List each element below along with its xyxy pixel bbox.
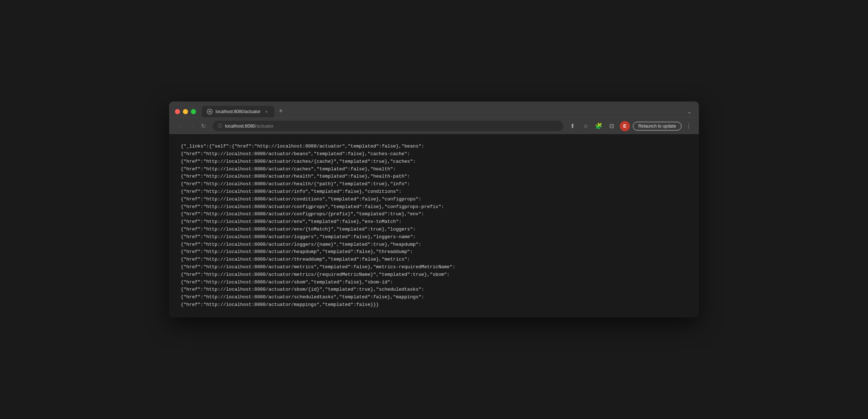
tab-strip: localhost:8080/actuator × + ⌄ xyxy=(175,106,693,117)
address-bar: ← → ↻ ⓘ localhost:8080/actuator ⬆ ☆ 🧩 ⊟ … xyxy=(169,117,699,134)
address-input[interactable]: ⓘ localhost:8080/actuator xyxy=(213,121,563,131)
bookmark-icon[interactable]: ☆ xyxy=(581,121,591,131)
content-area: {"_links":{"self":{"href":"http://localh… xyxy=(169,134,699,318)
share-icon[interactable]: ⬆ xyxy=(568,121,578,131)
tab-favicon-icon xyxy=(207,109,213,115)
maximize-window-button[interactable] xyxy=(191,109,196,114)
relaunch-button[interactable]: Relaunch to update xyxy=(633,122,681,130)
extensions-icon[interactable]: 🧩 xyxy=(594,121,604,131)
active-tab[interactable]: localhost:8080/actuator × xyxy=(202,106,274,117)
minimize-window-button[interactable] xyxy=(183,109,188,114)
tab-dropdown-button[interactable]: ⌄ xyxy=(686,107,693,116)
toolbar-actions: ⬆ ☆ 🧩 ⊟ E Relaunch to update ⋮ xyxy=(568,121,693,131)
address-text: localhost:8080/actuator xyxy=(225,123,274,129)
reload-button[interactable]: ↻ xyxy=(198,121,208,131)
tabs-row: localhost:8080/actuator × + ⌄ xyxy=(202,106,693,117)
sidebar-toggle-icon[interactable]: ⊟ xyxy=(607,121,617,131)
address-host: localhost:8080 xyxy=(225,123,255,129)
lock-icon: ⓘ xyxy=(218,123,222,129)
traffic-lights xyxy=(175,109,196,114)
title-bar: localhost:8080/actuator × + ⌄ xyxy=(169,101,699,117)
tab-close-button[interactable]: × xyxy=(263,109,269,115)
relaunch-label: Relaunch to update xyxy=(638,124,676,129)
close-window-button[interactable] xyxy=(175,109,180,114)
back-button[interactable]: ← xyxy=(175,121,185,131)
browser-window: localhost:8080/actuator × + ⌄ ← → ↻ ⓘ lo… xyxy=(169,101,699,318)
json-response: {"_links":{"self":{"href":"http://localh… xyxy=(181,143,687,309)
profile-button[interactable]: E xyxy=(620,121,630,131)
forward-button[interactable]: → xyxy=(187,121,197,131)
address-path: /actuator xyxy=(255,123,274,129)
new-tab-button[interactable]: + xyxy=(276,106,286,116)
more-options-button[interactable]: ⋮ xyxy=(684,121,693,131)
tab-title: localhost:8080/actuator xyxy=(216,109,261,114)
nav-buttons: ← → ↻ xyxy=(175,121,208,131)
